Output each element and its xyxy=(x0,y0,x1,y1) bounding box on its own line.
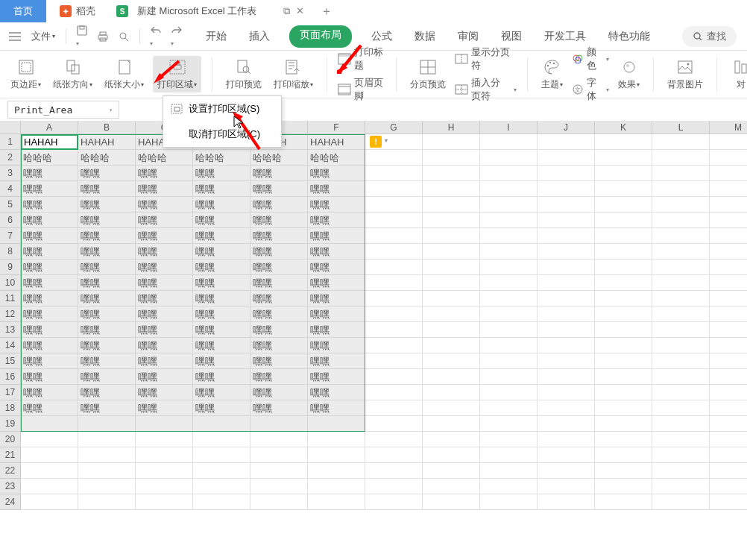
cell[interactable] xyxy=(652,494,710,510)
cell[interactable] xyxy=(710,166,747,181)
cell[interactable]: 嘿嘿 xyxy=(193,275,250,291)
cell[interactable] xyxy=(480,228,538,244)
cell[interactable]: 嘿嘿 xyxy=(308,275,365,291)
cell[interactable] xyxy=(538,447,595,463)
cell[interactable]: 嘿嘿 xyxy=(21,259,78,275)
cell[interactable] xyxy=(365,369,423,385)
cell[interactable] xyxy=(652,369,710,385)
cell[interactable] xyxy=(250,479,308,494)
cell[interactable] xyxy=(193,447,250,463)
cell[interactable]: 嘿嘿 xyxy=(250,228,308,244)
cell[interactable]: 嘿嘿 xyxy=(21,291,78,306)
cell[interactable] xyxy=(710,259,747,275)
cell[interactable] xyxy=(595,400,652,416)
cell[interactable] xyxy=(710,338,747,353)
column-header[interactable]: J xyxy=(538,121,595,134)
cell[interactable] xyxy=(652,259,710,275)
cell[interactable] xyxy=(480,447,538,463)
cell[interactable] xyxy=(595,181,652,197)
cell[interactable] xyxy=(710,479,747,494)
cell[interactable]: 嘿嘿 xyxy=(193,353,250,369)
cell[interactable]: 嘿嘿 xyxy=(193,369,250,385)
cell[interactable]: 嘿嘿 xyxy=(193,213,250,228)
cell[interactable] xyxy=(365,259,423,275)
cell[interactable]: 嘿嘿 xyxy=(193,338,250,353)
cell[interactable] xyxy=(480,259,538,275)
cell[interactable] xyxy=(423,416,480,432)
cell[interactable] xyxy=(365,338,423,353)
cell[interactable] xyxy=(538,338,595,353)
row-header[interactable]: 9 xyxy=(0,259,21,275)
cell[interactable] xyxy=(652,150,710,166)
print-qat-icon[interactable] xyxy=(95,31,111,43)
cell[interactable] xyxy=(308,463,365,479)
menu-tab-8[interactable]: 特色功能 xyxy=(605,25,653,48)
cell[interactable] xyxy=(423,291,480,306)
cell[interactable]: HAHAH xyxy=(78,134,136,150)
cell[interactable] xyxy=(710,291,747,306)
cell[interactable] xyxy=(480,181,538,197)
cell[interactable] xyxy=(78,463,136,479)
cell[interactable] xyxy=(308,494,365,510)
row-header[interactable]: 10 xyxy=(0,275,21,291)
row-header[interactable]: 24 xyxy=(0,494,21,510)
cell[interactable]: 嘿嘿 xyxy=(136,353,193,369)
cell[interactable]: 嘿嘿 xyxy=(136,228,193,244)
cell[interactable] xyxy=(308,416,365,432)
cell[interactable]: 嘿嘿 xyxy=(136,291,193,306)
cell[interactable] xyxy=(595,228,652,244)
fonts-button[interactable]: 文 字体▾ xyxy=(572,76,610,103)
cell[interactable]: 嘿嘿 xyxy=(136,244,193,259)
cell[interactable] xyxy=(78,479,136,494)
cell[interactable]: 哈哈哈 xyxy=(21,150,78,166)
close-tab-icon[interactable]: ✕ xyxy=(296,5,304,17)
page-break-preview-button[interactable]: 分页预览 xyxy=(407,56,449,92)
cell[interactable]: 嘿嘿 xyxy=(78,291,136,306)
cell[interactable]: 嘿嘿 xyxy=(250,369,308,385)
cell[interactable] xyxy=(480,322,538,338)
print-area-button[interactable]: 打印区域▾ xyxy=(153,56,201,92)
cell[interactable] xyxy=(365,479,423,494)
cell[interactable] xyxy=(652,134,710,150)
cell[interactable] xyxy=(652,228,710,244)
cell[interactable]: 嘿嘿 xyxy=(78,166,136,181)
cell[interactable]: 嘿嘿 xyxy=(21,369,78,385)
cell[interactable] xyxy=(538,494,595,510)
cell[interactable] xyxy=(710,181,747,197)
cell[interactable]: HAHAH xyxy=(21,134,78,150)
cell[interactable]: 嘿嘿 xyxy=(78,275,136,291)
column-header[interactable]: F xyxy=(308,121,365,134)
cell[interactable]: 嘿嘿 xyxy=(78,197,136,213)
cell[interactable]: 嘿嘿 xyxy=(78,338,136,353)
cell[interactable] xyxy=(423,322,480,338)
cell[interactable] xyxy=(595,494,652,510)
cell[interactable] xyxy=(423,447,480,463)
cell[interactable] xyxy=(480,479,538,494)
cell[interactable]: 嘿嘿 xyxy=(250,259,308,275)
cell[interactable] xyxy=(136,432,193,447)
cell[interactable] xyxy=(193,494,250,510)
hamburger-icon[interactable] xyxy=(6,28,24,45)
cell[interactable]: 嘿嘿 xyxy=(21,400,78,416)
cell[interactable] xyxy=(365,463,423,479)
cell[interactable] xyxy=(652,479,710,494)
column-header[interactable]: L xyxy=(652,121,710,134)
cell[interactable] xyxy=(480,150,538,166)
cell[interactable]: 嘿嘿 xyxy=(136,166,193,181)
cell[interactable]: HAHAH xyxy=(308,134,365,150)
row-header[interactable]: 12 xyxy=(0,306,21,322)
cell[interactable] xyxy=(480,416,538,432)
row-header[interactable]: 19 xyxy=(0,416,21,432)
cell[interactable] xyxy=(21,416,78,432)
cell[interactable] xyxy=(538,479,595,494)
cell[interactable] xyxy=(538,369,595,385)
cell[interactable] xyxy=(595,275,652,291)
cell[interactable]: 嘿嘿 xyxy=(21,228,78,244)
cell[interactable] xyxy=(538,463,595,479)
cell[interactable] xyxy=(250,447,308,463)
cell[interactable]: 哈哈哈 xyxy=(193,150,250,166)
cell[interactable] xyxy=(652,166,710,181)
cell[interactable]: 嘿嘿 xyxy=(250,197,308,213)
cell[interactable]: 嘿嘿 xyxy=(308,306,365,322)
cell[interactable] xyxy=(423,306,480,322)
